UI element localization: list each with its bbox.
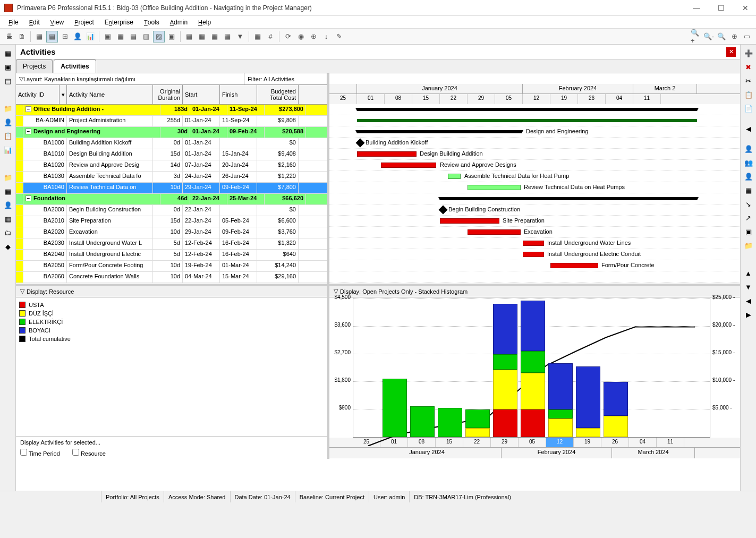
copy-icon[interactable]: 📋	[743, 89, 754, 100]
table-row[interactable]: BA1000Building Addition Kickoff0d01-Jan-…	[16, 138, 327, 149]
menu-file[interactable]: File	[4, 17, 23, 28]
minimize-button[interactable]: —	[690, 2, 703, 14]
close-panel-icon[interactable]: ✕	[726, 47, 736, 57]
table-row[interactable]: BA1040Review Technical Data on10d29-Jan-…	[16, 183, 327, 194]
sidebar-icon[interactable]: ▣	[3, 62, 13, 72]
sidebar-icon[interactable]: ▦	[3, 48, 13, 58]
pred-icon[interactable]: ↘	[743, 199, 754, 209]
table-row[interactable]: BA-ADMINProject Administration255d01-Jan…	[16, 116, 327, 127]
tool-icon[interactable]: ◉	[295, 31, 307, 42]
paste-icon[interactable]: 📄	[743, 103, 754, 114]
delete-icon[interactable]: ✖	[743, 62, 754, 72]
menu-view[interactable]: View	[46, 17, 68, 28]
sidebar-icon[interactable]: ◆	[3, 241, 13, 252]
network-icon[interactable]: ⊞	[59, 31, 71, 42]
arrow-right-icon[interactable]: ▶	[743, 309, 754, 320]
sidebar-icon[interactable]: 👤	[3, 200, 13, 210]
sidebar-icon[interactable]: 🗂	[3, 227, 13, 238]
print-preview-icon[interactable]: 🗎	[16, 31, 28, 42]
tool-icon[interactable]: ▭	[741, 31, 753, 42]
histogram-chart[interactable]	[353, 297, 710, 438]
tool-icon[interactable]: ▣	[166, 31, 177, 42]
assign-icon[interactable]: 👤	[743, 171, 754, 182]
tab-projects[interactable]: Projects	[16, 59, 53, 73]
table-row[interactable]: BA1030Assemble Technical Data fo3d24-Jan…	[16, 172, 327, 183]
step-icon[interactable]: ▣	[743, 226, 754, 237]
table-row[interactable]: BA2030Install Underground Water L5d12-Fe…	[16, 238, 327, 250]
menu-enterprise[interactable]: Enterprise	[100, 17, 138, 28]
sidebar-icon[interactable]: ▤	[3, 75, 13, 86]
filter-label[interactable]: Filter: All Activities	[244, 73, 327, 84]
close-button[interactable]: ✕	[739, 2, 752, 14]
col-activity-name[interactable]: Activity Name	[67, 85, 153, 104]
menu-edit[interactable]: Edit	[25, 17, 44, 28]
table-row[interactable]: −Office Building Addition -183d01-Jan-24…	[16, 105, 327, 116]
sidebar-icon[interactable]: 📁	[3, 172, 13, 183]
doc-icon[interactable]: 📁	[743, 240, 754, 251]
tool-icon[interactable]: ⊕	[308, 31, 319, 42]
role-icon[interactable]: 👥	[743, 157, 754, 168]
table-row[interactable]: BA2060Concrete Foundation Walls10d04-Mar…	[16, 272, 327, 283]
zoom-out-icon[interactable]: 🔍-	[703, 31, 715, 42]
sidebar-icon[interactable]: ▦	[3, 214, 13, 224]
sidebar-icon[interactable]: 👤	[3, 117, 13, 127]
resource-panel-header[interactable]: ▽Display: Resource	[16, 286, 327, 297]
tool-icon[interactable]: ✎	[333, 31, 345, 42]
resource-icon[interactable]: 👤	[743, 143, 754, 154]
layout-label[interactable]: ▽ Layout: Kaynakların karşılaştırmalı da…	[16, 73, 244, 84]
sidebar-icon[interactable]: 📊	[3, 144, 13, 155]
menu-help[interactable]: Help	[194, 17, 215, 28]
col-activity-id[interactable]: Activity ID	[16, 85, 60, 104]
table-row[interactable]: −Design and Engineering30d01-Jan-2409-Fe…	[16, 127, 327, 138]
add-icon[interactable]: ➕	[743, 48, 754, 58]
tool-icon[interactable]: ▦	[115, 31, 126, 42]
schedule-icon[interactable]: ⟳	[282, 31, 294, 42]
tool-icon[interactable]: ▣	[102, 31, 114, 42]
histogram-panel-header[interactable]: ▽Display: Open Projects Only - Stacked H…	[329, 286, 740, 297]
resource-checkbox[interactable]: Resource	[72, 450, 106, 457]
code-icon[interactable]: ▦	[743, 185, 754, 195]
arrow-left2-icon[interactable]: ◀	[743, 295, 754, 306]
hash-icon[interactable]: #	[265, 31, 276, 42]
time-period-checkbox[interactable]: Time Period	[20, 450, 60, 457]
col-finish[interactable]: Finish	[220, 85, 257, 104]
chart-icon[interactable]: 📊	[84, 31, 96, 42]
tool-icon[interactable]: ▤	[128, 31, 139, 42]
tool-icon[interactable]: ▦	[183, 31, 195, 42]
arrow-left-icon[interactable]: ◀	[743, 123, 754, 134]
table-row[interactable]: BA1020Review and Approve Desig14d07-Jan-…	[16, 160, 327, 172]
table-row[interactable]: BA2010Site Preparation15d22-Jan-2405-Feb…	[16, 216, 327, 227]
tool-icon[interactable]: ⊕	[728, 31, 740, 42]
table-row[interactable]: −Foundation46d22-Jan-2425-Mar-24$66,620	[16, 194, 327, 205]
tab-activities[interactable]: Activities	[54, 59, 96, 73]
zoom-in-icon[interactable]: 🔍+	[690, 31, 702, 42]
table-row[interactable]: BA1010Design Building Addition15d01-Jan-…	[16, 149, 327, 160]
sidebar-icon[interactable]: 📋	[3, 131, 13, 141]
table-row[interactable]: BA2040Install Underground Electric5d12-F…	[16, 250, 327, 261]
tool-icon[interactable]: ▦	[196, 31, 208, 42]
tool-icon[interactable]: ▥	[140, 31, 152, 42]
menu-tools[interactable]: Tools	[140, 17, 164, 28]
resource-icon[interactable]: 👤	[72, 31, 83, 42]
menu-project[interactable]: Project	[70, 17, 98, 28]
sidebar-icon[interactable]: 📁	[3, 103, 13, 114]
tool-icon[interactable]: ▦	[222, 31, 233, 42]
col-cost[interactable]: Budgeted Total Cost	[257, 85, 299, 104]
filter-icon[interactable]: ▼	[234, 31, 246, 42]
gantt-view-icon[interactable]: ▤	[46, 31, 58, 42]
tool-icon[interactable]: ▨	[153, 31, 165, 42]
gantt-chart[interactable]: January 2024February 2024March 2 2501081…	[329, 73, 740, 284]
col-duration[interactable]: Original Duration	[153, 85, 183, 104]
tool-icon[interactable]: ▦	[209, 31, 220, 42]
table-row[interactable]: BA2000Begin Building Construction0d22-Ja…	[16, 205, 327, 216]
arrow-up-icon[interactable]: ▲	[743, 268, 754, 278]
table-view-icon[interactable]: ▦	[33, 31, 45, 42]
col-marker[interactable]: ▾	[60, 85, 67, 104]
col-start[interactable]: Start	[183, 85, 220, 104]
cut-icon[interactable]: ✂	[743, 75, 754, 86]
print-icon[interactable]: 🖶	[3, 31, 15, 42]
arrow-down-icon[interactable]: ▼	[743, 281, 754, 292]
succ-icon[interactable]: ↗	[743, 212, 754, 223]
zoom-fit-icon[interactable]: 🔍	[716, 31, 727, 42]
tool-icon[interactable]: ▦	[252, 31, 264, 42]
